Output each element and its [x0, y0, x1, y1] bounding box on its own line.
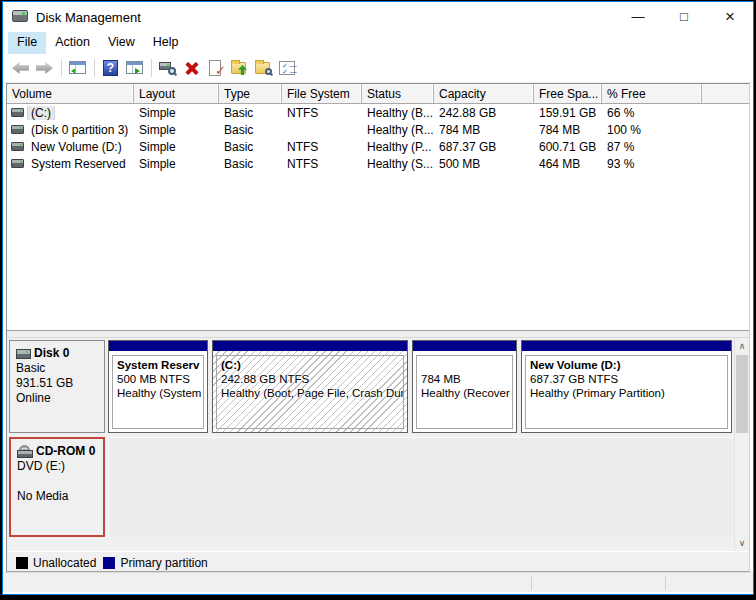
status-cell: Healthy (S... — [362, 157, 434, 171]
legend-bar: UnallocatedPrimary partition — [7, 551, 749, 572]
pct-cell: 100 % — [602, 123, 702, 137]
properties-check-button[interactable]: ✓ — [204, 56, 228, 80]
console-tree-button[interactable] — [66, 56, 90, 80]
table-row[interactable]: (C:)SimpleBasicNTFSHealthy (B...242.88 G… — [7, 104, 749, 121]
cdrom-label-box[interactable]: CD-ROM 0 DVD (E:) No Media — [9, 437, 105, 537]
capacity-cell: 687.37 GB — [434, 140, 534, 154]
close-button[interactable]: × — [707, 2, 753, 32]
back-arrow-icon — [11, 59, 31, 77]
column-header-filler — [702, 84, 749, 103]
table-row[interactable]: (Disk 0 partition 3)SimpleBasicHealthy (… — [7, 121, 749, 138]
column-header-volume[interactable]: Volume — [7, 84, 134, 103]
partition-body: 784 MBHealthy (Recover — [413, 351, 516, 432]
capacity-cell: 784 MB — [434, 123, 534, 137]
console-content: VolumeLayoutTypeFile SystemStatusCapacit… — [6, 83, 750, 572]
view-computer-button[interactable] — [156, 56, 180, 80]
action-pane-button[interactable] — [123, 56, 147, 80]
menu-item-action[interactable]: Action — [46, 32, 99, 54]
forward-arrow-icon — [35, 59, 55, 77]
partition-body: System Reserv500 MB NTFSHealthy (System — [109, 351, 207, 432]
legend-item: Unallocated — [16, 556, 96, 570]
partition-name: New Volume (D:) — [530, 358, 727, 372]
volume-list: (C:)SimpleBasicNTFSHealthy (B...242.88 G… — [7, 104, 749, 330]
disk0-label-box[interactable]: Disk 0 Basic 931.51 GB Online — [9, 340, 105, 433]
menu-bar: FileActionViewHelp — [3, 32, 753, 54]
help-button[interactable]: ? — [99, 56, 123, 80]
partition-block-1[interactable]: System Reserv500 MB NTFSHealthy (System — [108, 340, 208, 433]
action-pane-icon — [125, 59, 145, 77]
view-computer-icon — [158, 59, 178, 77]
delete-icon — [182, 59, 202, 77]
layout-cell: Simple — [134, 123, 219, 137]
column-header-free-spa[interactable]: Free Spa... — [534, 84, 602, 103]
type-cell: Basic — [219, 157, 282, 171]
status-cell: Healthy (P... — [362, 140, 434, 154]
column-header-free[interactable]: % Free — [602, 84, 702, 103]
scrollbar-thumb[interactable] — [736, 355, 748, 433]
console-tree-icon — [68, 59, 88, 77]
volume-label: System Reserved — [28, 157, 129, 171]
column-header-file-system[interactable]: File System — [282, 84, 362, 103]
toolbar-separator — [151, 59, 152, 77]
folder-search-icon — [254, 59, 274, 77]
toolbar: ?✓✓ — ✓ — — [3, 54, 753, 83]
folder-search-button[interactable] — [252, 56, 276, 80]
partition-block-3[interactable]: 784 MBHealthy (Recover — [412, 340, 517, 433]
status-pane-divider — [531, 576, 532, 590]
partition-info: (C:)242.88 GB NTFSHealthy (Boot, Page Fi… — [216, 355, 404, 429]
partition-color-band — [213, 341, 407, 351]
pct-cell: 66 % — [602, 106, 702, 120]
volume-icon — [11, 125, 24, 134]
partition-size: 500 MB NTFS — [117, 372, 203, 386]
minimize-button[interactable]: — — [615, 2, 661, 32]
legend-label: Unallocated — [33, 556, 96, 570]
status-bar — [3, 572, 753, 592]
partition-info: System Reserv500 MB NTFSHealthy (System — [112, 355, 204, 429]
partition-name: System Reserv — [117, 358, 203, 372]
scroll-up-icon[interactable]: ∧ — [735, 338, 749, 354]
pct-cell: 93 % — [602, 157, 702, 171]
folder-up-button[interactable] — [228, 56, 252, 80]
partition-color-band — [413, 341, 516, 351]
disk-drive-icon — [12, 10, 28, 22]
app-icon[interactable] — [12, 8, 28, 26]
column-header-capacity[interactable]: Capacity — [434, 84, 534, 103]
cdrom-row: CD-ROM 0 DVD (E:) No Media — [7, 437, 734, 539]
back-arrow-button[interactable] — [9, 56, 33, 80]
disk0-status: Online — [16, 391, 104, 406]
pane-splitter[interactable] — [7, 330, 749, 338]
partition-status: Healthy (Recover — [421, 386, 512, 400]
legend-swatch — [103, 557, 115, 569]
cdrom-media-area[interactable] — [108, 437, 734, 537]
partition-block-4[interactable]: New Volume (D:)687.37 GB NTFSHealthy (Pr… — [521, 340, 732, 433]
column-header-type[interactable]: Type — [219, 84, 282, 103]
menu-item-file[interactable]: File — [8, 32, 46, 54]
legend-label: Primary partition — [120, 556, 207, 570]
column-header-layout[interactable]: Layout — [134, 84, 219, 103]
menu-item-view[interactable]: View — [99, 32, 144, 54]
toolbar-separator — [94, 59, 95, 77]
forward-arrow-button[interactable] — [33, 56, 57, 80]
delete-button[interactable] — [180, 56, 204, 80]
partition-block-2[interactable]: (C:)242.88 GB NTFSHealthy (Boot, Page Fi… — [212, 340, 408, 433]
table-row[interactable]: New Volume (D:)SimpleBasicNTFSHealthy (P… — [7, 138, 749, 155]
menu-item-help[interactable]: Help — [144, 32, 188, 54]
disk0-row: Disk 0 Basic 931.51 GB Online System Res… — [7, 340, 734, 435]
status-cell: Healthy (R... — [362, 123, 434, 137]
column-header-status[interactable]: Status — [362, 84, 434, 103]
free-cell: 600.71 GB — [534, 140, 602, 154]
table-row[interactable]: System ReservedSimpleBasicNTFSHealthy (S… — [7, 155, 749, 172]
partition-name: (C:) — [221, 358, 403, 372]
fs-cell: NTFS — [282, 140, 362, 154]
partition-status: Healthy (Primary Partition) — [530, 386, 727, 400]
partition-body: (C:)242.88 GB NTFSHealthy (Boot, Page Fi… — [213, 351, 407, 432]
maximize-button[interactable]: □ — [661, 2, 707, 32]
volume-cell: System Reserved — [7, 157, 134, 171]
vertical-scrollbar[interactable]: ∧ ∨ — [734, 338, 749, 551]
partition-color-band — [109, 341, 207, 351]
legend-item: Primary partition — [103, 556, 207, 570]
disk-icon — [16, 349, 31, 359]
scroll-down-icon[interactable]: ∨ — [735, 535, 749, 551]
volume-icon — [11, 108, 24, 117]
checklist-button[interactable]: ✓ — ✓ — — [276, 56, 300, 80]
